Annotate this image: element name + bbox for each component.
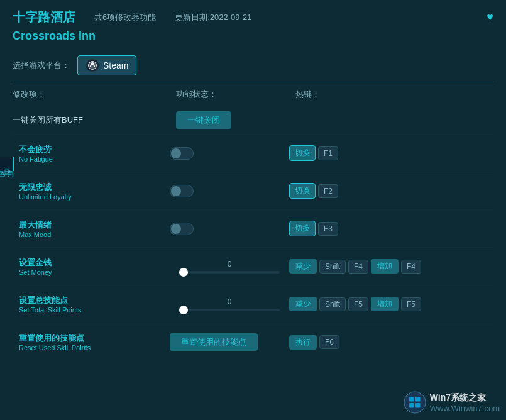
feature-name-en-3: Set Money [19,268,170,276]
slider-value-money: 0 [228,260,232,268]
feature-row-reset-skill: 重置使用的技能点 Reset Used Skill Points 重置使用的技能… [19,323,493,361]
svg-rect-6 [409,403,414,408]
hotkey-inc-btn-4[interactable]: 增加 [371,297,399,311]
steam-logo-icon [85,58,99,72]
feature-row-no-fatigue: 不会疲劳 No Fatigue 切换 F1 [19,135,493,172]
feature-row-unlimited-loyalty: 无限忠诚 Unlimited Loyalty 切换 F2 [19,172,493,210]
feature-status-2 [170,223,289,235]
hotkey-dec-key-btn-3[interactable]: F4 [348,260,368,274]
feature-name-cn-5: 重置使用的技能点 [19,333,170,344]
slider-track-skill[interactable] [179,309,280,311]
feature-status-1 [170,185,289,197]
hotkey-shift-btn-4[interactable]: Shift [319,297,346,311]
feature-name-cn-1: 无限忠诚 [19,182,170,193]
slider-area-money: 0 [170,260,289,274]
hotkey-key-btn-1[interactable]: F2 [318,184,338,198]
feature-name-cn-3: 设置金钱 [19,257,170,268]
feature-name-cn-0: 不会疲劳 [19,144,170,155]
feature-row-skill-points: 设置总技能点 Set Total Skill Points 0 减少 Shift… [19,285,493,323]
hotkey-dec-key-btn-4[interactable]: F5 [348,297,368,311]
hotkey-toggle-btn-1[interactable]: 切换 [289,183,316,199]
hotkey-key-btn-2[interactable]: F3 [318,222,338,236]
toggle-2[interactable] [170,223,194,235]
slider-area-skill: 0 [170,297,289,311]
feature-hotkey-2: 切换 F3 [289,221,493,236]
header-info-date: 更新日期:2022-09-21 [175,12,251,23]
svg-rect-7 [415,403,421,408]
watermark-line2: Www.Winwin7.com [430,404,500,413]
feature-name-en-5: Reset Used Skill Points [19,344,170,351]
sidebar: 亘 角色 [0,157,14,171]
svg-rect-4 [409,397,414,402]
hotkey-toggle-btn-0[interactable]: 切换 [289,145,316,161]
feature-name-en-1: Unlimited Loyalty [19,193,170,201]
slider-thumb-money[interactable] [179,268,188,277]
game-title-en: Crossroads Inn [0,30,506,49]
favorite-icon[interactable]: ♥ [487,11,493,24]
watermark-line1: Win7系统之家 [430,392,500,404]
feature-name-no-fatigue: 不会疲劳 No Fatigue [19,144,170,163]
hotkey-key-btn-0[interactable]: F1 [318,146,338,160]
reset-action-button[interactable]: 重置使用的技能点 [170,333,258,351]
reset-status: 重置使用的技能点 [170,333,289,351]
reset-hotkey: 执行 F6 [289,335,493,350]
feature-name-skill-points: 设置总技能点 Set Total Skill Points [19,295,170,314]
toggle-knob-0 [171,148,181,158]
slider-track-money[interactable] [179,271,280,274]
toggle-1[interactable] [170,185,194,197]
feature-name-en-2: Max Mood [19,231,170,238]
feature-name-en-0: No Fatigue [19,155,170,163]
feature-hotkey-1: 切换 F2 [289,183,493,199]
col-hotkey-label: 热键： [295,89,493,100]
hotkey-shift-btn-3[interactable]: Shift [319,260,346,274]
col-status-label: 功能状态： [176,89,295,100]
hotkey-inc-key-btn-3[interactable]: F4 [401,260,421,274]
svg-point-2 [91,62,94,65]
header-info-count: 共6项修改器功能 [94,12,156,23]
hotkey-inc-btn-3[interactable]: 增加 [371,259,399,274]
feature-name-en-4: Set Total Skill Points [19,306,170,314]
platform-label: 选择游戏平台： [13,60,70,71]
feature-status-0 [170,147,289,160]
sidebar-label: 角色 [0,165,16,166]
column-headers: 修改项： 功能状态： 热键： [0,82,506,106]
one-key-button[interactable]: 一键关闭 [176,111,231,129]
platform-row: 选择游戏平台： Steam [0,49,506,82]
slider-value-skill: 0 [228,297,232,306]
toggle-knob-2 [171,224,181,234]
feature-name-max-mood: 最大情绪 Max Mood [19,219,170,238]
feature-name-unlimited-loyalty: 无限忠诚 Unlimited Loyalty [19,182,170,201]
one-key-row: 一键关闭所有BUFF 一键关闭 [13,106,493,135]
feature-name-cn-2: 最大情绪 [19,219,170,231]
one-key-label: 一键关闭所有BUFF [13,114,176,126]
hotkey-dec-btn-3[interactable]: 减少 [289,259,317,274]
hotkey-toggle-btn-2[interactable]: 切换 [289,221,316,236]
col-mod-label: 修改项： [13,89,176,100]
feature-hotkey-0: 切换 F1 [289,145,493,161]
hotkey-dec-btn-4[interactable]: 减少 [289,297,317,311]
sidebar-icon: 亘 [1,162,12,163]
feature-row-set-money: 设置金钱 Set Money 0 减少 Shift F4 增加 F4 [19,248,493,285]
steam-label: Steam [103,60,128,70]
features-area: 一键关闭所有BUFF 一键关闭 [0,106,506,135]
svg-point-3 [404,392,426,413]
svg-rect-5 [415,397,421,402]
toggle-features-area: 不会疲劳 No Fatigue 切换 F1 无限忠诚 Unlimited Loy… [0,135,506,361]
hotkey-exec-btn-5[interactable]: 执行 [289,335,317,350]
steam-button[interactable]: Steam [77,55,136,75]
hotkey-key-btn-5[interactable]: F6 [319,335,339,349]
watermark: Win7系统之家 Www.Winwin7.com [404,391,500,414]
game-title-cn: 十字路酒店 [13,9,75,26]
watermark-text: Win7系统之家 Www.Winwin7.com [430,392,500,413]
feature-name-set-money: 设置金钱 Set Money [19,257,170,276]
hotkey-inc-key-btn-4[interactable]: F5 [401,297,421,311]
feature-name-cn-4: 设置总技能点 [19,295,170,306]
windows-logo-icon [404,391,426,414]
toggle-knob-1 [171,186,181,196]
feature-row-max-mood: 最大情绪 Max Mood 切换 F3 [19,210,493,248]
toggle-0[interactable] [170,147,194,160]
feature-name-reset-skill: 重置使用的技能点 Reset Used Skill Points [19,333,170,351]
slider-thumb-skill[interactable] [179,306,188,314]
header: 十字路酒店 共6项修改器功能 更新日期:2022-09-21 ♥ [0,0,506,30]
feature-hotkey-3: 减少 Shift F4 增加 F4 [289,259,493,274]
